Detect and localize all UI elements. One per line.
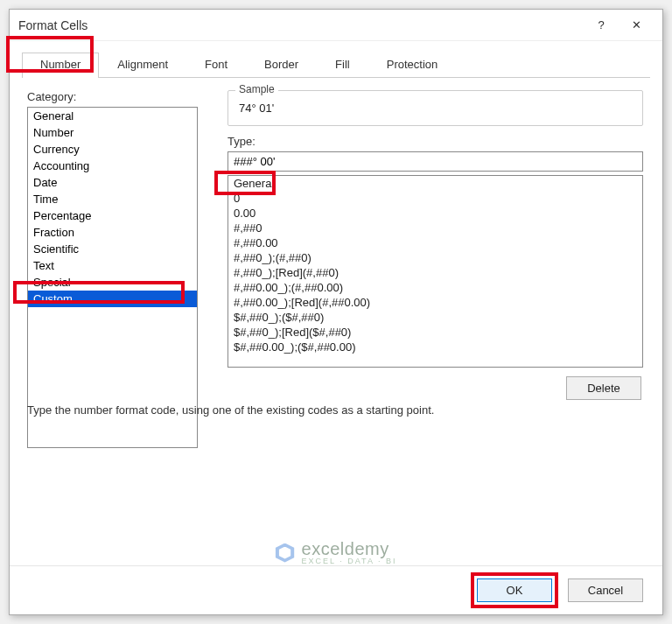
sample-group: Sample 74° 01': [228, 90, 643, 126]
format-code-item[interactable]: #,##0.00_);[Red](#,##0.00): [228, 295, 642, 310]
type-input[interactable]: [228, 151, 643, 172]
format-code-item[interactable]: General: [228, 176, 642, 191]
category-item-custom[interactable]: Custom: [28, 291, 197, 307]
tab-border[interactable]: Border: [246, 53, 317, 78]
format-code-item[interactable]: #,##0.00_);(#,##0.00): [228, 280, 642, 295]
format-code-item[interactable]: 0: [228, 191, 642, 206]
format-code-item[interactable]: 0.00: [228, 206, 642, 221]
category-column: Category: GeneralNumberCurrencyAccountin…: [27, 90, 206, 448]
format-codes-listbox[interactable]: General00.00#,##0#,##0.00#,##0_);(#,##0)…: [228, 175, 643, 368]
dialog-title: Format Cells: [18, 18, 584, 32]
cancel-button[interactable]: Cancel: [568, 578, 643, 602]
format-code-item[interactable]: #,##0: [228, 221, 642, 235]
format-code-item[interactable]: #,##0_);(#,##0): [228, 250, 642, 265]
dialog-footer: OK Cancel: [10, 565, 662, 614]
category-item-text[interactable]: Text: [28, 257, 197, 274]
category-item-accounting[interactable]: Accounting: [28, 158, 197, 174]
format-code-item[interactable]: $#,##0.00_);($#,##0.00): [228, 340, 642, 354]
tab-alignment[interactable]: Alignment: [99, 53, 186, 78]
sample-label: Sample: [235, 83, 278, 95]
dialog-body: NumberAlignmentFontBorderFillProtection …: [10, 41, 662, 565]
tab-protection[interactable]: Protection: [368, 53, 457, 78]
category-item-time[interactable]: Time: [28, 191, 197, 207]
help-button[interactable]: ?: [584, 12, 619, 39]
category-label: Category:: [27, 90, 206, 103]
close-button[interactable]: ✕: [619, 12, 654, 39]
tab-font[interactable]: Font: [186, 53, 246, 78]
format-code-item[interactable]: $#,##0_);($#,##0): [228, 310, 642, 325]
category-item-percentage[interactable]: Percentage: [28, 207, 197, 224]
format-cells-dialog: Format Cells ? ✕ NumberAlignmentFontBord…: [9, 9, 663, 615]
delete-button[interactable]: Delete: [566, 376, 641, 400]
format-code-item[interactable]: $#,##0_);[Red]($#,##0): [228, 325, 642, 340]
category-item-fraction[interactable]: Fraction: [28, 224, 197, 241]
category-listbox[interactable]: GeneralNumberCurrencyAccountingDateTimeP…: [27, 107, 198, 448]
category-item-general[interactable]: General: [28, 108, 197, 124]
category-item-special[interactable]: Special: [28, 274, 197, 291]
delete-row: Delete: [228, 368, 643, 400]
tab-number[interactable]: Number: [22, 53, 99, 78]
tab-fill[interactable]: Fill: [317, 53, 368, 78]
ok-button[interactable]: OK: [477, 578, 552, 602]
type-label: Type:: [228, 135, 643, 148]
category-item-date[interactable]: Date: [28, 174, 197, 191]
titlebar: Format Cells ? ✕: [10, 10, 662, 41]
hint-text: Type the number format code, using one o…: [27, 403, 434, 417]
details-column: Sample 74° 01' Type: General00.00#,##0#,…: [228, 90, 650, 448]
format-code-item[interactable]: #,##0_);[Red](#,##0): [228, 265, 642, 280]
category-item-number[interactable]: Number: [28, 124, 197, 141]
number-tab-content: Category: GeneralNumberCurrencyAccountin…: [22, 78, 650, 448]
sample-value: 74° 01': [237, 96, 634, 115]
format-code-item[interactable]: #,##0.00: [228, 235, 642, 250]
category-item-currency[interactable]: Currency: [28, 141, 197, 158]
category-item-scientific[interactable]: Scientific: [28, 241, 197, 257]
tabstrip: NumberAlignmentFontBorderFillProtection: [22, 52, 650, 78]
